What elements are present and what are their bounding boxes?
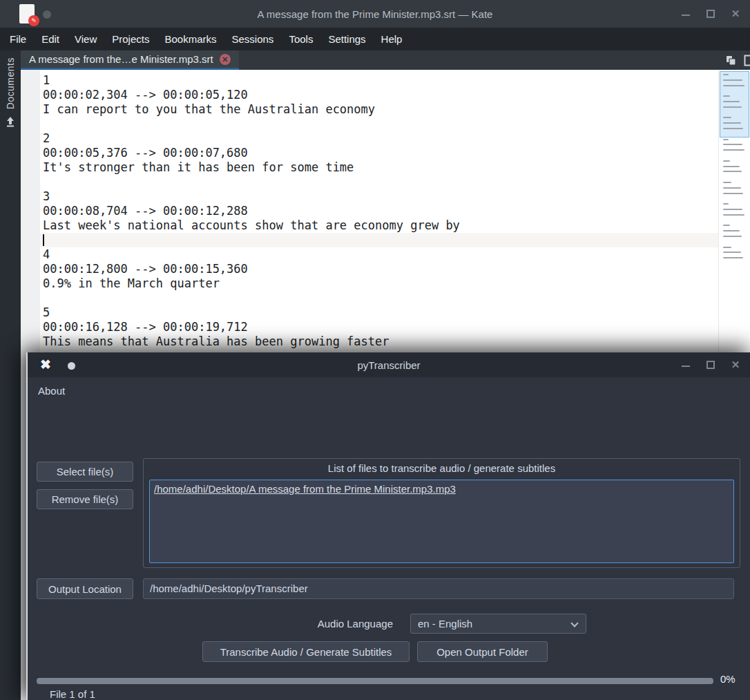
- audio-language-label: Audio Language: [255, 618, 393, 630]
- sidebar-documents-label[interactable]: Documents: [5, 57, 16, 109]
- document-tab-label: A message from the…e Minister.mp3.srt: [29, 53, 213, 65]
- kate-menubar: FileEditViewProjectsBookmarksSessionsToo…: [0, 28, 750, 50]
- pyt-content: Select file(s) Remove file(s) List of fi…: [28, 404, 750, 700]
- editor-line[interactable]: 00:00:16,128 --> 00:00:19,712: [43, 320, 718, 334]
- menu-help[interactable]: Help: [374, 28, 410, 50]
- editor-line[interactable]: 5: [43, 305, 718, 320]
- file-list-item[interactable]: /home/adhi/Desktop/A message from the Pr…: [154, 483, 456, 495]
- transcribe-button[interactable]: Transcribe Audio / Generate Subtitles: [202, 641, 410, 662]
- editor-line[interactable]: 00:00:08,704 --> 00:00:12,288: [43, 204, 718, 218]
- editor-line[interactable]: [43, 291, 718, 305]
- tab-close-icon[interactable]: ✕: [220, 54, 231, 65]
- menu-bookmarks[interactable]: Bookmarks: [157, 28, 224, 50]
- progress-percent: 0%: [720, 673, 735, 685]
- menu-settings[interactable]: Settings: [320, 28, 373, 50]
- pyt-close-icon[interactable]: ✕: [731, 360, 740, 370]
- sidebar-up-arrow-icon: [5, 116, 16, 127]
- editor-line[interactable]: 00:00:12,800 --> 00:00:15,360: [43, 262, 718, 276]
- editor-line[interactable]: This means that Australia has been growi…: [43, 334, 718, 349]
- file-list-group-title: List of files to transcribe audio / gene…: [144, 462, 740, 474]
- editor-line[interactable]: 2: [43, 131, 718, 146]
- open-output-folder-button[interactable]: Open Output Folder: [417, 641, 548, 662]
- remove-files-button[interactable]: Remove file(s): [37, 489, 133, 509]
- menu-edit[interactable]: Edit: [34, 28, 67, 50]
- pyt-maximize-icon[interactable]: [706, 360, 715, 370]
- editor-line[interactable]: [40, 233, 718, 247]
- progress-bar: [37, 678, 713, 684]
- editor-line[interactable]: 00:00:02,304 --> 00:00:05,120: [43, 88, 718, 102]
- menu-view[interactable]: View: [67, 28, 104, 50]
- editor-line[interactable]: 00:00:05,376 --> 00:00:07,680: [43, 146, 718, 160]
- kate-minimize-icon[interactable]: [681, 9, 691, 19]
- file-list[interactable]: /home/adhi/Desktop/A message from the Pr…: [149, 480, 734, 563]
- menu-tools[interactable]: Tools: [281, 28, 320, 50]
- editor-line[interactable]: [43, 117, 718, 131]
- menu-sessions[interactable]: Sessions: [224, 28, 282, 50]
- editor-line[interactable]: 0.9% in the March quarter: [43, 276, 718, 291]
- audio-language-value: en - English: [418, 618, 472, 630]
- menu-projects[interactable]: Projects: [104, 28, 157, 50]
- file-list-groupbox: List of files to transcribe audio / gene…: [143, 458, 740, 568]
- kate-titlebar[interactable]: ✎ A message from the Prime Minister.mp3.…: [0, 0, 750, 28]
- kate-maximize-icon[interactable]: [706, 9, 715, 19]
- pyt-minimize-icon[interactable]: [681, 360, 691, 370]
- pyt-menubar: About: [28, 377, 750, 404]
- output-location-button[interactable]: Output Location: [37, 578, 133, 599]
- editor-line[interactable]: Last week's national accounts show that …: [43, 218, 718, 233]
- editor-line[interactable]: 4: [43, 247, 718, 262]
- editor-line[interactable]: It's stronger than it has been for some …: [43, 160, 718, 175]
- output-location-field[interactable]: /home/adhi/Desktop/pyTranscriber: [143, 578, 734, 599]
- audio-language-select[interactable]: en - English: [410, 614, 586, 634]
- screen: ✎ A message from the Prime Minister.mp3.…: [0, 0, 750, 700]
- kate-close-icon[interactable]: ✕: [731, 9, 740, 19]
- select-files-button[interactable]: Select file(s): [37, 462, 133, 482]
- kate-tabbar: A message from the…e Minister.mp3.srt ✕: [21, 50, 750, 70]
- editor-line[interactable]: I can report to you that the Australian …: [43, 102, 718, 117]
- pytranscriber-window: ✖ pyTranscriber ✕ About Select file(s) R…: [26, 352, 750, 700]
- detach-view-icon[interactable]: [744, 55, 750, 66]
- kate-window-title: A message from the Prime Minister.mp3.sr…: [0, 8, 750, 20]
- pyt-window-title: pyTranscriber: [28, 359, 750, 371]
- document-tab[interactable]: A message from the…e Minister.mp3.srt ✕: [21, 50, 239, 70]
- chevron-down-icon: [570, 619, 578, 627]
- editor-line[interactable]: [43, 175, 718, 189]
- pyt-menu-about[interactable]: About: [38, 385, 76, 397]
- kate-documents-sidebar[interactable]: Documents: [0, 50, 21, 700]
- documents-stack-icon[interactable]: [725, 55, 737, 66]
- tabbar-spacer: [239, 50, 725, 70]
- pyt-titlebar[interactable]: ✖ pyTranscriber ✕: [28, 352, 750, 377]
- minimap-lines: [719, 70, 750, 258]
- file-progress-status: File 1 of 1: [50, 688, 95, 700]
- editor-line[interactable]: 1: [43, 73, 718, 88]
- editor-line[interactable]: 3: [43, 189, 718, 204]
- menu-file[interactable]: File: [2, 28, 34, 50]
